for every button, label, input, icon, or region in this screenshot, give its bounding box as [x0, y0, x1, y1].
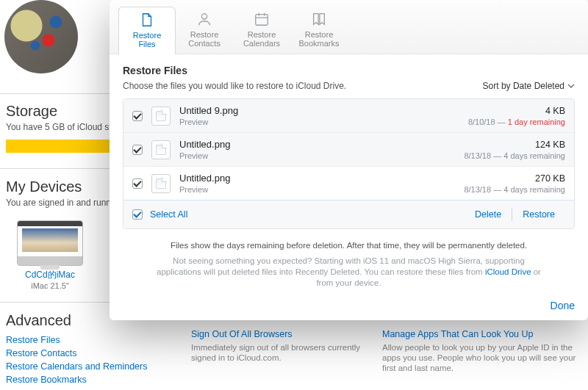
sort-label: Sort by Date Deleted: [483, 81, 564, 91]
file-list: Untitled 9.png Preview 4 KB 8/10/18 — 1 …: [123, 98, 575, 229]
file-thumbnail-icon: [151, 140, 171, 159]
lookup-desc: Allow people to look you up by your Appl…: [382, 342, 581, 373]
tab-restore-files[interactable]: Restore Files: [118, 7, 176, 54]
file-size: 270 KB: [464, 173, 565, 184]
lookup-heading[interactable]: Manage Apps That Can Look You Up: [382, 329, 581, 339]
avatar[interactable]: [4, 0, 78, 73]
done-button[interactable]: Done: [551, 300, 575, 311]
select-all-checkbox[interactable]: [132, 209, 143, 220]
checkbox[interactable]: [132, 145, 143, 155]
file-app: Preview: [179, 118, 459, 126]
modal-tabs: Restore Files Restore Contacts Restore C…: [110, 0, 588, 54]
calendar-icon: [254, 11, 270, 27]
modal-subheading: Choose the files you would like to resto…: [123, 81, 346, 91]
restore-modal: Restore Files Restore Contacts Restore C…: [110, 0, 588, 320]
tab-label: Contacts: [179, 39, 229, 48]
file-name: Untitled.png: [179, 139, 455, 150]
footnote-secondary: Not seeing something you expected? Start…: [152, 256, 545, 289]
checkbox[interactable]: [132, 111, 143, 121]
tab-restore-contacts[interactable]: Restore Contacts: [176, 6, 233, 54]
file-icon: [139, 12, 155, 28]
file-thumbnail-icon: [151, 174, 171, 193]
restore-button[interactable]: Restore: [512, 206, 565, 223]
tab-restore-calendars[interactable]: Restore Calendars: [233, 6, 290, 54]
tab-label: Restore: [237, 30, 287, 39]
file-name: Untitled 9.png: [179, 105, 459, 116]
tab-label: Restore: [179, 30, 229, 39]
file-name: Untitled.png: [179, 173, 455, 184]
tab-label: Restore: [294, 30, 344, 39]
list-toolbar: Select All Delete Restore: [123, 201, 574, 228]
svg-point-0: [201, 14, 207, 19]
select-all-button[interactable]: Select All: [150, 209, 187, 220]
file-row[interactable]: Untitled 9.png Preview 4 KB 8/10/18 — 1 …: [123, 99, 574, 133]
contact-icon: [196, 11, 212, 27]
file-row[interactable]: Untitled.png Preview 270 KB 8/13/18 — 4 …: [123, 167, 574, 201]
icloud-drive-link[interactable]: iCloud Drive: [485, 267, 531, 276]
file-date: 8/13/18 — 4 days remaining: [464, 151, 565, 160]
file-size: 124 KB: [464, 140, 565, 150]
device-item[interactable]: CdCd的iMac iMac 21.5": [6, 220, 94, 290]
delete-button[interactable]: Delete: [465, 206, 512, 223]
advanced-signout-col: Sign Out Of All Browsers Immediately sig…: [191, 329, 368, 363]
sort-dropdown[interactable]: Sort by Date Deleted: [483, 81, 575, 91]
file-size: 4 KB: [468, 106, 565, 116]
tab-label: Restore: [122, 31, 172, 40]
device-model: iMac 21.5": [6, 281, 94, 290]
checkbox[interactable]: [132, 178, 143, 189]
chevron-down-icon: [567, 82, 575, 90]
signout-heading[interactable]: Sign Out Of All Browsers: [191, 329, 368, 339]
advanced-lookup-col: Manage Apps That Can Look You Up Allow p…: [382, 329, 581, 373]
tab-label: Files: [122, 40, 172, 48]
file-row[interactable]: Untitled.png Preview 124 KB 8/13/18 — 4 …: [123, 133, 574, 167]
file-app: Preview: [179, 185, 455, 194]
file-app: Preview: [179, 151, 455, 160]
svg-rect-1: [256, 15, 268, 26]
bookmark-icon: [311, 11, 327, 27]
imac-icon: [17, 220, 83, 266]
link-restore-bookmarks[interactable]: Restore Bookmarks: [6, 373, 579, 386]
modal-heading: Restore Files: [123, 65, 575, 76]
modal-content: Restore Files Choose the files you would…: [110, 54, 588, 297]
file-date: 8/10/18 — 1 day remaining: [468, 118, 565, 126]
file-thumbnail-icon: [151, 106, 171, 126]
tab-restore-bookmarks[interactable]: Restore Bookmarks: [290, 6, 348, 54]
device-name: CdCd的iMac: [6, 269, 94, 281]
file-date: 8/13/18 — 4 days remaining: [464, 185, 565, 194]
signout-desc: Immediately sign out of all browsers cur…: [191, 342, 368, 363]
footnote-primary: Files show the days remaining before del…: [145, 239, 553, 251]
tab-label: Bookmarks: [294, 39, 344, 48]
tab-label: Calendars: [237, 39, 287, 48]
